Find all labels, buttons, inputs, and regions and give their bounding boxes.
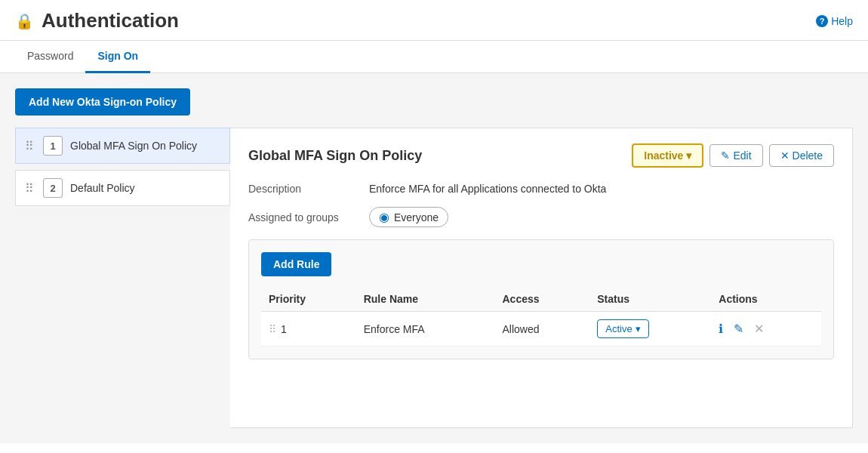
tab-sign-on[interactable]: Sign On [85, 41, 150, 73]
policy-title: Global MFA Sign On Policy [248, 148, 422, 164]
rule-action-icons: ℹ ✎ ✕ [719, 322, 814, 336]
policy-number-2: 2 [43, 178, 63, 198]
rule-actions: ℹ ✎ ✕ [711, 312, 821, 347]
col-rule-name: Rule Name [356, 287, 495, 312]
policy-number-1: 1 [43, 136, 63, 156]
policy-detail-panel: Global MFA Sign On Policy Inactive ▾ ✎ E… [230, 128, 853, 428]
col-actions: Actions [711, 287, 821, 312]
rule-status-label: Active [605, 323, 632, 334]
rules-table: Priority Rule Name Access Status Actions… [261, 287, 821, 347]
policy-label-2: Default Policy [70, 182, 135, 194]
tab-password[interactable]: Password [15, 41, 85, 73]
sidebar-item-global-mfa[interactable]: ⠿ 1 Global MFA Sign On Policy [15, 128, 230, 164]
sidebar-item-default[interactable]: ⠿ 2 Default Policy [15, 170, 230, 206]
rules-section: Add Rule Priority Rule Name Access Statu… [248, 239, 834, 359]
col-access: Access [495, 287, 590, 312]
help-icon: ? [816, 15, 828, 27]
tabs-nav: Password Sign On [0, 41, 868, 73]
status-button[interactable]: Inactive ▾ [632, 143, 703, 168]
drag-handle-2: ⠿ [25, 181, 34, 196]
help-label: Help [831, 15, 853, 27]
rule-delete-icon[interactable]: ✕ [754, 322, 764, 336]
group-name: Everyone [394, 211, 439, 223]
rule-info-icon[interactable]: ℹ [719, 322, 723, 336]
status-dropdown-arrow: ▾ [686, 149, 691, 162]
add-policy-button[interactable]: Add New Okta Sign-on Policy [15, 88, 190, 116]
groups-label: Assigned to groups [248, 211, 369, 223]
description-row: Description Enforce MFA for all Applicat… [248, 183, 834, 195]
rule-status-arrow: ▾ [636, 323, 641, 334]
policy-actions: Inactive ▾ ✎ Edit ✕ Delete [632, 143, 834, 168]
group-badge: ◉ Everyone [369, 207, 448, 227]
edit-icon: ✎ [721, 149, 730, 162]
delete-button[interactable]: ✕ Delete [769, 144, 834, 167]
table-row: ⠿ 1 Enforce MFA Allowed Active ▾ [261, 312, 821, 347]
col-priority: Priority [261, 287, 356, 312]
col-status: Status [589, 287, 711, 312]
rule-drag-handle: ⠿ [269, 323, 276, 335]
description-value: Enforce MFA for all Applications connect… [369, 183, 606, 195]
lock-icon: 🔒 [15, 12, 34, 30]
add-rule-button[interactable]: Add Rule [261, 252, 331, 276]
policy-sidebar: ⠿ 1 Global MFA Sign On Policy ⠿ 2 Defaul… [15, 128, 230, 428]
policy-label-1: Global MFA Sign On Policy [70, 140, 197, 152]
page-title: Authentication [42, 9, 179, 32]
rule-edit-icon[interactable]: ✎ [734, 322, 743, 336]
delete-x-icon: ✕ [780, 149, 790, 162]
help-link[interactable]: ? Help [816, 15, 853, 27]
group-radio-icon: ◉ [379, 210, 389, 224]
edit-button[interactable]: ✎ Edit [709, 144, 762, 167]
rule-access: Allowed [495, 312, 590, 347]
description-label: Description [248, 183, 369, 195]
status-label: Inactive [644, 149, 683, 162]
rule-priority: ⠿ 1 [261, 312, 356, 347]
rule-status: Active ▾ [589, 312, 711, 347]
drag-handle-1: ⠿ [25, 139, 34, 153]
groups-row: Assigned to groups ◉ Everyone [248, 207, 834, 227]
rule-name: Enforce MFA [356, 312, 495, 347]
rule-status-button[interactable]: Active ▾ [597, 319, 648, 338]
